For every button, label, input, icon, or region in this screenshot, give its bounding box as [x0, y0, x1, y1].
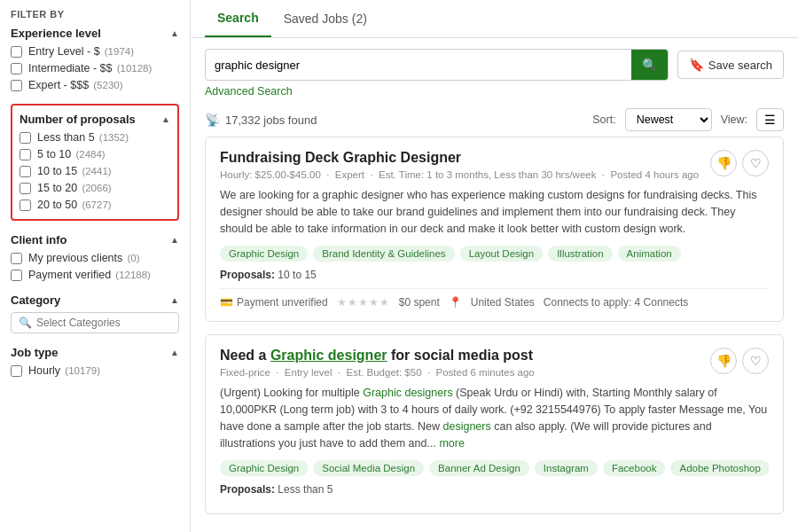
list-item[interactable]: 20 to 50 (6727): [20, 199, 170, 211]
job-type-chevron[interactable]: ▲: [170, 348, 179, 357]
view-label: View:: [721, 113, 747, 126]
tag[interactable]: Facebook: [603, 460, 666, 476]
tab-search[interactable]: Search: [205, 0, 271, 37]
highlight-graphic-designers: Graphic designers: [363, 387, 452, 399]
proposals-10-15-checkbox[interactable]: [20, 166, 31, 177]
tag[interactable]: Graphic Design: [220, 460, 308, 476]
job-description: We are looking for a graphic designer wh…: [220, 187, 769, 237]
proposals-5-10-checkbox[interactable]: [20, 149, 31, 160]
tab-saved-jobs[interactable]: Saved Jobs (2): [271, 1, 379, 36]
tag[interactable]: Social Media Design: [313, 460, 424, 476]
proposals-less5-checkbox[interactable]: [20, 132, 31, 144]
tag[interactable]: Adobe Photoshop: [670, 460, 769, 476]
tag[interactable]: Brand Identity & Guidelines: [313, 246, 454, 262]
save-search-button[interactable]: 🔖 Save search: [677, 51, 784, 79]
payment-verified-checkbox[interactable]: [11, 270, 22, 281]
category-search-wrap: 🔍: [11, 312, 179, 333]
job-list: Fundraising Deck Graphic Designer Hourly…: [191, 137, 798, 514]
job-title[interactable]: Fundraising Deck Graphic Designer: [220, 150, 699, 166]
hourly-label: Hourly: [28, 364, 60, 377]
sort-select[interactable]: Newest Oldest Relevance: [625, 108, 712, 131]
filter-header: Filter By: [11, 9, 179, 20]
proposals-label: Proposals:: [220, 269, 275, 281]
table-row: Fundraising Deck Graphic Designer Hourly…: [205, 137, 784, 322]
highlight-graphic-designer: Graphic designer: [270, 348, 387, 363]
proposals-chevron[interactable]: ▲: [161, 114, 170, 124]
client-info-chevron[interactable]: ▲: [170, 235, 179, 245]
highlight-designers: designers: [443, 420, 491, 433]
prev-clients-count: (0): [124, 253, 139, 263]
proposals-less5-count: (1352): [97, 132, 129, 143]
tag[interactable]: Illustration: [548, 246, 612, 262]
tag[interactable]: Animation: [618, 246, 681, 262]
job-tags: Graphic Design Brand Identity & Guidelin…: [220, 246, 769, 262]
list-item[interactable]: Entry Level - $ (1974): [11, 45, 179, 58]
search-button[interactable]: 🔍: [631, 50, 668, 80]
search-input[interactable]: [206, 51, 631, 79]
save-job-button[interactable]: ♡: [742, 150, 769, 176]
read-more-link[interactable]: more: [439, 437, 464, 450]
hourly-checkbox[interactable]: [11, 365, 22, 377]
list-item[interactable]: Expert - $$$ (5230): [11, 79, 179, 91]
proposals-15-20-label: 15 to 20: [37, 182, 77, 194]
proposals-less5-label: Less than 5: [37, 131, 95, 144]
proposals-value: Less than 5: [278, 483, 332, 496]
list-item[interactable]: Intermediate - $$ (10128): [11, 62, 179, 74]
rating-stars: ★★★★★: [337, 296, 390, 309]
list-item[interactable]: 5 to 10 (2484): [20, 148, 170, 160]
list-item[interactable]: Payment verified (12188): [11, 269, 179, 281]
intermediate-count: (10128): [114, 63, 153, 74]
payment-verified-label: Payment verified: [28, 269, 111, 281]
prev-clients-checkbox[interactable]: [11, 253, 22, 264]
experience-title: Experience level: [11, 27, 101, 40]
rss-icon: 📡: [205, 113, 220, 127]
advanced-search-link[interactable]: Advanced Search: [205, 85, 293, 98]
table-row: Need a Graphic designer for social media…: [205, 334, 784, 514]
list-item[interactable]: 10 to 15 (2441): [20, 165, 170, 177]
main-content: Search Saved Jobs (2) 🔍 🔖 Save search Ad…: [191, 0, 798, 532]
tag[interactable]: Banner Ad Design: [429, 460, 529, 476]
bookmark-icon: 🔖: [689, 58, 704, 72]
view-toggle-button[interactable]: ☰: [756, 108, 784, 131]
payment-icon: 💳: [220, 296, 233, 309]
proposals-5-10-label: 5 to 10: [37, 148, 71, 160]
sidebar: Filter By Experience level ▲ Entry Level…: [0, 0, 191, 532]
expert-label: Expert - $$$: [28, 79, 89, 91]
tag[interactable]: Graphic Design: [220, 246, 308, 262]
proposals-label: Proposals:: [220, 483, 275, 496]
experience-chevron[interactable]: ▲: [170, 28, 179, 38]
dislike-button[interactable]: 👎: [710, 150, 737, 176]
category-search-input[interactable]: [36, 317, 171, 329]
action-buttons: 👎 ♡: [710, 150, 769, 176]
job-title-wrap: Fundraising Deck Graphic Designer Hourly…: [220, 150, 699, 187]
list-item[interactable]: Less than 5 (1352): [20, 131, 170, 144]
intermediate-checkbox[interactable]: [11, 63, 22, 74]
search-area: 🔍 🔖 Save search Advanced Search: [191, 38, 798, 103]
list-item[interactable]: My previous clients (0): [11, 252, 179, 264]
list-item[interactable]: 15 to 20 (2066): [20, 182, 170, 194]
list-item[interactable]: Hourly (10179): [11, 364, 179, 377]
prev-clients-label: My previous clients: [28, 252, 122, 264]
results-count-label: 17,332 jobs found: [225, 113, 317, 127]
tag[interactable]: Instagram: [535, 460, 598, 476]
location: United States: [471, 296, 535, 309]
entry-level-label: Entry Level - $: [28, 45, 100, 58]
expert-checkbox[interactable]: [11, 80, 22, 91]
entry-level-checkbox[interactable]: [11, 46, 22, 58]
client-info-section: Client info ▲ My previous clients (0) Pa…: [11, 233, 179, 281]
tag[interactable]: Layout Design: [460, 246, 544, 262]
proposals-15-20-count: (2066): [79, 183, 111, 193]
tab-bar: Search Saved Jobs (2): [191, 0, 798, 38]
dislike-button[interactable]: 👎: [710, 348, 737, 374]
proposals-20-50-checkbox[interactable]: [20, 200, 31, 211]
job-title[interactable]: Need a Graphic designer for social media…: [220, 348, 535, 364]
location-icon: 📍: [449, 296, 462, 309]
category-chevron[interactable]: ▲: [170, 295, 179, 305]
tab-search-label: Search: [217, 11, 259, 25]
payment-label: Payment unverified: [237, 296, 328, 309]
proposals-value: 10 to 15: [278, 269, 316, 281]
save-job-button[interactable]: ♡: [742, 348, 769, 374]
results-header: 📡 17,332 jobs found Sort: Newest Oldest …: [191, 103, 798, 137]
proposals-15-20-checkbox[interactable]: [20, 183, 31, 194]
experience-section: Experience level ▲ Entry Level - $ (1974…: [11, 27, 179, 91]
